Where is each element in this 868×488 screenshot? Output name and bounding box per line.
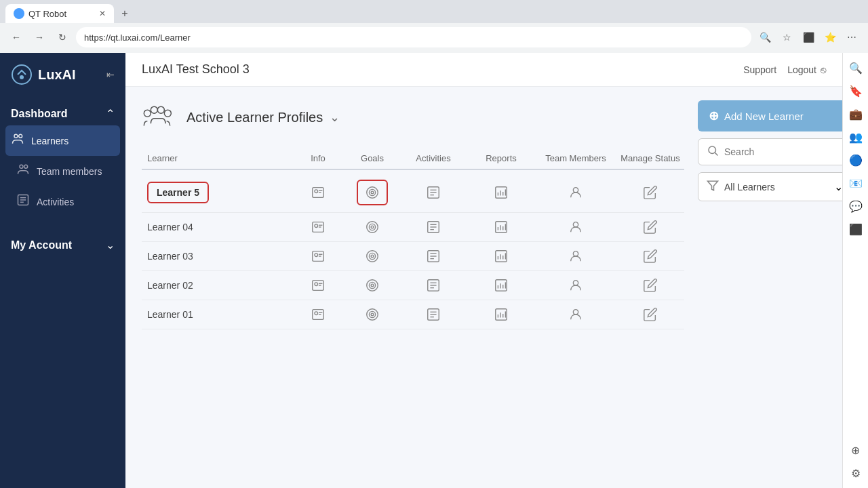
svg-point-37 xyxy=(371,226,374,228)
learner-04-name[interactable]: Learner 04 xyxy=(142,222,291,232)
svg-rect-65 xyxy=(313,281,324,291)
my-account-header[interactable]: My Account ⌄ xyxy=(11,239,115,251)
main-content: LuxAI Test School 3 Support Logout ⎋ xyxy=(125,53,842,488)
tab-close-button[interactable]: ✕ xyxy=(99,9,106,18)
edge-settings-icon[interactable]: ⚙ xyxy=(846,464,865,483)
learner-04-activities[interactable] xyxy=(399,220,467,235)
svg-point-86 xyxy=(367,309,378,321)
learner-01-reports[interactable] xyxy=(467,307,535,322)
search-bar[interactable] xyxy=(698,138,842,165)
more-button[interactable]: ⋯ xyxy=(842,28,861,47)
search-input[interactable] xyxy=(724,146,842,157)
learner-5-name[interactable]: Learner 5 xyxy=(147,182,209,203)
learner-03-name[interactable]: Learner 03 xyxy=(142,251,291,262)
learner-02-team-members[interactable] xyxy=(535,278,616,293)
learner-03-info[interactable] xyxy=(291,249,345,264)
learner-03-activities[interactable] xyxy=(399,249,467,264)
learner-01-goals[interactable] xyxy=(345,307,399,322)
logout-button[interactable]: Logout ⎋ xyxy=(787,64,826,75)
learner-01-info[interactable] xyxy=(291,307,345,322)
svg-point-18 xyxy=(367,187,378,199)
learner-5-reports[interactable] xyxy=(467,185,535,200)
svg-point-2 xyxy=(14,134,18,138)
learner-02-name[interactable]: Learner 02 xyxy=(142,280,291,291)
learner-01-activities[interactable] xyxy=(399,307,467,322)
learner-5-team-members[interactable] xyxy=(535,185,616,200)
team-members-icon xyxy=(16,163,30,180)
learner-02-info[interactable] xyxy=(291,278,345,293)
edge-app-icon[interactable]: 🔵 xyxy=(846,150,865,169)
edge-bookmark-icon[interactable]: 🔖 xyxy=(846,81,865,100)
dashboard-chevron-icon: ⌃ xyxy=(106,107,115,120)
svg-point-5 xyxy=(24,165,28,168)
new-tab-button[interactable]: + xyxy=(115,4,134,23)
svg-point-98 xyxy=(573,310,578,314)
learner-03-team-members[interactable] xyxy=(535,249,616,264)
add-learner-plus-icon: ⊕ xyxy=(709,108,719,123)
svg-point-81 xyxy=(573,281,578,285)
star-button[interactable]: ☆ xyxy=(777,28,796,47)
tab-label: QT Robot xyxy=(28,9,66,19)
support-button[interactable]: Support xyxy=(743,64,776,75)
edge-teams-icon[interactable]: 💬 xyxy=(846,197,865,216)
my-account-chevron-icon: ⌄ xyxy=(106,239,115,251)
back-button[interactable]: ← xyxy=(7,28,26,47)
learner-03-manage-status[interactable] xyxy=(616,249,684,264)
learner-5-info[interactable] xyxy=(291,185,345,200)
header-info: Info xyxy=(291,153,345,163)
zoom-button[interactable]: 🔍 xyxy=(755,28,774,47)
add-new-learner-button[interactable]: ⊕ Add New Learner xyxy=(698,100,842,131)
browser-tab-active[interactable]: QT Robot ✕ xyxy=(5,4,114,23)
svg-point-12 xyxy=(157,106,164,113)
profile-header: Active Learner Profiles ⌄ xyxy=(142,100,684,134)
sidebar-item-team-members[interactable]: Team members xyxy=(0,156,125,186)
learner-03-reports[interactable] xyxy=(467,249,535,264)
edge-office-icon[interactable]: ⬛ xyxy=(846,220,865,239)
learner-5-manage-status[interactable] xyxy=(616,185,684,200)
learner-5-goals[interactable] xyxy=(345,180,399,205)
svg-point-30 xyxy=(573,188,578,192)
learner-04-reports[interactable] xyxy=(467,220,535,235)
edge-plus-icon[interactable]: ⊕ xyxy=(846,441,865,460)
learner-02-activities[interactable] xyxy=(399,278,467,293)
svg-rect-48 xyxy=(313,251,324,262)
url-bar[interactable] xyxy=(76,27,751,47)
learner-5-activities[interactable] xyxy=(399,185,467,200)
learner-02-reports[interactable] xyxy=(467,278,535,293)
edge-briefcase-icon[interactable]: 💼 xyxy=(846,104,865,123)
logout-icon: ⎋ xyxy=(821,64,826,75)
learner-04-manage-status[interactable] xyxy=(616,220,684,235)
learner-02-manage-status[interactable] xyxy=(616,278,684,293)
browser-chrome: QT Robot ✕ + ← → ↻ 🔍 ☆ ⬛ ⭐ ⋯ xyxy=(0,0,868,53)
header-learner: Learner xyxy=(142,153,291,163)
learner-01-name[interactable]: Learner 01 xyxy=(142,309,291,320)
learner-04-goals[interactable] xyxy=(345,220,399,235)
topbar-actions: Support Logout ⎋ xyxy=(743,64,826,75)
goal-icon-highlighted[interactable] xyxy=(357,180,388,205)
edge-search-icon[interactable]: 🔍 xyxy=(846,58,865,77)
learner-02-goals[interactable] xyxy=(345,278,399,293)
svg-point-0 xyxy=(12,65,31,84)
table-row: Learner 5 xyxy=(142,173,684,213)
reload-button[interactable]: ↻ xyxy=(53,28,72,47)
filter-bar[interactable]: All Learners ⌄ xyxy=(698,172,842,201)
learner-01-team-members[interactable] xyxy=(535,307,616,322)
learner-01-manage-status[interactable] xyxy=(616,307,684,322)
extension-button[interactable]: ⬛ xyxy=(799,28,818,47)
forward-button[interactable]: → xyxy=(30,28,49,47)
learner-04-info[interactable] xyxy=(291,220,345,235)
dashboard-header[interactable]: Dashboard ⌃ xyxy=(0,102,125,125)
sidebar-collapse-button[interactable]: ⇤ xyxy=(106,69,115,80)
sidebar-item-activities[interactable]: Activities xyxy=(0,186,125,217)
sidebar-item-learners[interactable]: Learners xyxy=(5,125,120,156)
app-container: LuxAI ⇤ Dashboard ⌃ Learners xyxy=(0,53,868,488)
edge-users-icon[interactable]: 👥 xyxy=(846,127,865,146)
learner-04-team-members[interactable] xyxy=(535,220,616,235)
svg-point-66 xyxy=(315,283,318,286)
profile-chevron-icon[interactable]: ⌄ xyxy=(330,110,340,125)
learner-03-goals[interactable] xyxy=(345,249,399,264)
bookmark-button[interactable]: ⭐ xyxy=(821,28,840,47)
learner-name-cell[interactable]: Learner 5 xyxy=(142,182,291,203)
header-team-members: Team Members xyxy=(535,153,616,163)
edge-outlook-icon[interactable]: 📧 xyxy=(846,174,865,192)
